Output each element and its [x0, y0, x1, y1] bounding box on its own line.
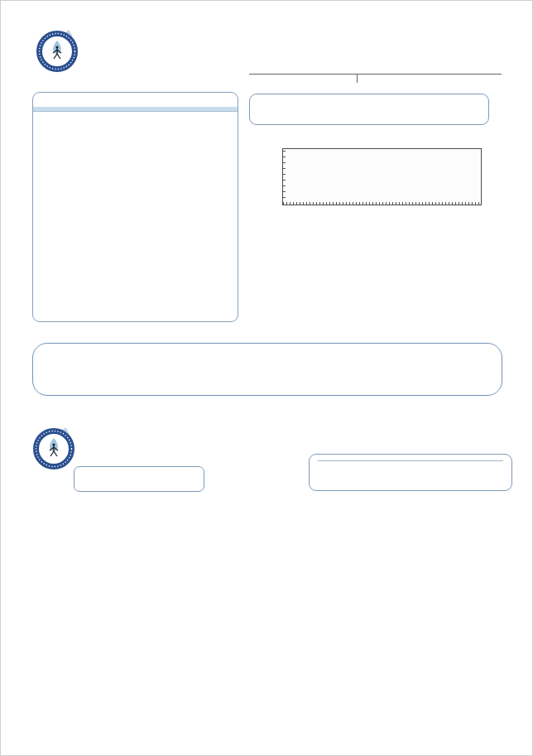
header-divider-tick [357, 74, 358, 83]
total-amount-due-row [33, 306, 238, 315]
recipient-postnet-barcode [34, 577, 234, 587]
consumption-bars [286, 151, 478, 204]
stub-amount-box [309, 454, 512, 491]
chart-x-ticks [283, 202, 481, 205]
return-postnet-barcode [253, 577, 465, 587]
message-center-box [32, 343, 502, 396]
qr-code [36, 590, 57, 612]
company-logo-stub [32, 426, 75, 469]
chart-y-ticks [283, 151, 286, 203]
water-bill-page [0, 0, 533, 756]
company-logo [36, 29, 79, 72]
stub-account-block [322, 426, 511, 437]
account-summary-box [32, 92, 238, 322]
amount-due-box [249, 94, 489, 125]
header-divider [249, 74, 502, 75]
consumption-chart [282, 148, 482, 205]
summary-spacer [33, 112, 238, 301]
header-account-block [249, 31, 502, 45]
pay-options-box [74, 466, 204, 492]
